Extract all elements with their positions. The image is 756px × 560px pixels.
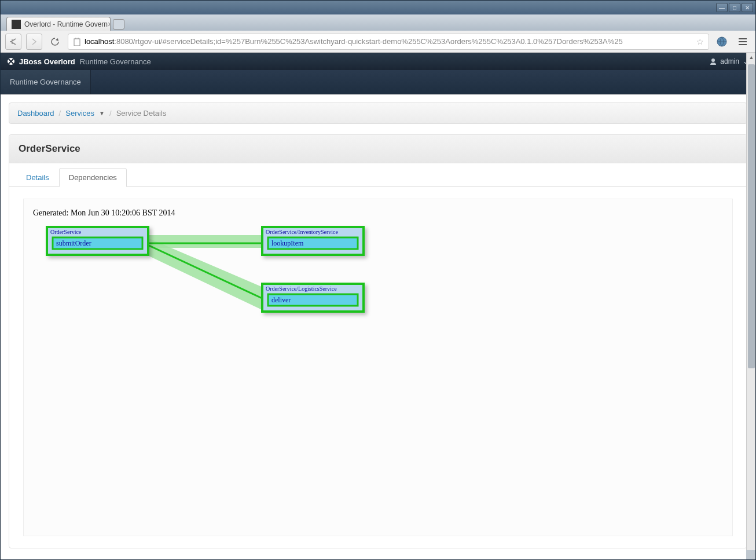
tab-favicon-icon <box>12 20 21 29</box>
vertical-scrollbar[interactable]: ▲ ▼ <box>746 53 755 559</box>
breadcrumb-services[interactable]: Services <box>65 109 94 118</box>
resize-grip-icon[interactable] <box>746 550 755 559</box>
close-tab-icon[interactable]: × <box>108 20 111 29</box>
back-button[interactable] <box>5 34 21 50</box>
breadcrumb-current: Service Details <box>116 109 167 118</box>
svg-marker-10 <box>145 237 267 312</box>
tab-details[interactable]: Details <box>16 168 59 187</box>
app-logo-icon <box>8 58 14 65</box>
user-name: admin <box>720 57 739 65</box>
svg-point-0 <box>10 41 11 42</box>
hamburger-menu-icon[interactable] <box>735 34 751 50</box>
dependency-diagram: Generated: Mon Jun 30 10:20:06 BST 2014 <box>23 199 733 536</box>
svg-rect-3 <box>74 39 80 46</box>
url-host: localhost <box>85 37 114 46</box>
node-service-label: OrderService/LogisticsService <box>266 286 337 292</box>
forward-button[interactable] <box>26 34 42 50</box>
generated-timestamp: Generated: Mon Jun 30 10:20:06 BST 2014 <box>33 208 723 218</box>
svg-point-2 <box>12 43 13 44</box>
app-header: JBoss Overlord Runtime Governance admin … <box>1 53 755 70</box>
window-frame: — □ ✕ Overlord - Runtime Govern × localh… <box>0 0 756 560</box>
nav-item-runtime-governance[interactable]: Runtime Governance <box>1 70 91 94</box>
tab-dependencies[interactable]: Dependencies <box>59 168 127 187</box>
service-panel: OrderService Details Dependencies Genera… <box>9 134 747 548</box>
svg-point-1 <box>12 39 13 41</box>
reload-button[interactable] <box>47 34 63 50</box>
breadcrumb-dropdown-icon[interactable]: ▼ <box>99 110 105 116</box>
svg-point-8 <box>711 58 715 62</box>
app-content: JBoss Overlord Runtime Governance admin … <box>1 53 755 559</box>
bookmark-star-icon[interactable]: ☆ <box>696 37 704 46</box>
breadcrumb: Dashboard / Services ▼ / Service Details <box>9 103 747 124</box>
globe-icon[interactable] <box>714 34 730 50</box>
svg-line-12 <box>144 243 266 300</box>
operation-label: deliver <box>271 296 291 304</box>
scroll-thumb[interactable] <box>748 64 755 368</box>
diagram-svg: OrderService submitOrder OrderService/In… <box>24 222 429 396</box>
scroll-up-icon[interactable]: ▲ <box>747 53 755 62</box>
brand-name: JBoss Overlord <box>19 57 75 66</box>
node-service-label: OrderService/InventoryService <box>266 229 339 235</box>
minimize-button[interactable]: — <box>716 3 728 12</box>
node-logisticsservice[interactable]: OrderService/LogisticsService deliver <box>262 284 364 312</box>
maximize-button[interactable]: □ <box>729 3 740 12</box>
user-menu[interactable]: admin ⌄ <box>710 57 748 65</box>
node-orderservice[interactable]: OrderService submitOrder <box>47 227 148 255</box>
brand-subtitle: Runtime Governance <box>80 57 151 66</box>
window-title-bar: — □ ✕ <box>1 1 755 14</box>
url-path: :8080/rtgov-ui/#serviceDetails;id=%257Bu… <box>114 37 622 46</box>
node-service-label: OrderService <box>50 229 82 235</box>
tabs-row: Details Dependencies <box>9 163 747 187</box>
new-tab-button[interactable] <box>113 19 124 30</box>
tab-title: Overlord - Runtime Govern <box>24 20 108 28</box>
browser-toolbar: localhost:8080/rtgov-ui/#serviceDetails;… <box>1 31 755 53</box>
operation-label: lookupItem <box>271 239 304 247</box>
panel-title: OrderService <box>9 135 747 163</box>
address-bar[interactable]: localhost:8080/rtgov-ui/#serviceDetails;… <box>68 34 709 50</box>
tab-content: Generated: Mon Jun 30 10:20:06 BST 2014 <box>9 187 747 548</box>
nav-bar: Runtime Governance <box>1 70 755 94</box>
browser-tab[interactable]: Overlord - Runtime Govern × <box>6 17 111 31</box>
node-inventoryservice[interactable]: OrderService/InventoryService lookupItem <box>262 227 364 255</box>
browser-tab-strip: Overlord - Runtime Govern × <box>1 14 755 31</box>
breadcrumb-dashboard[interactable]: Dashboard <box>17 109 54 118</box>
main-area: Dashboard / Services ▼ / Service Details… <box>1 94 755 559</box>
user-icon <box>710 58 717 65</box>
operation-label: submitOrder <box>56 239 91 247</box>
close-window-button[interactable]: ✕ <box>742 3 753 12</box>
